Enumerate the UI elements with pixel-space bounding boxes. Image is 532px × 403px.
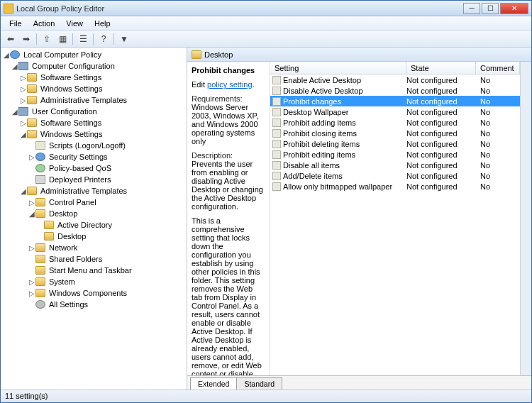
setting-icon (272, 118, 281, 127)
menu-view[interactable]: View (60, 18, 89, 29)
setting-row[interactable]: Prohibit closing itemsNot configuredNo (270, 128, 520, 138)
tree-sec[interactable]: Security Settings (48, 153, 109, 161)
setting-row[interactable]: Enable Active DesktopNot configuredNo (270, 74, 520, 85)
tree-uc-ws[interactable]: Windows Settings (39, 130, 104, 138)
tree-uc-ss[interactable]: Software Settings (39, 118, 103, 127)
tree-cc-ws[interactable]: Windows Settings (39, 84, 104, 93)
setting-comment: No (476, 140, 520, 148)
setting-name: Disable all items (283, 161, 406, 170)
folder-icon (27, 118, 37, 127)
separator (93, 33, 94, 45)
forward-button[interactable]: ➡ (19, 32, 33, 46)
setting-row[interactable]: Disable all itemsNot configuredNo (270, 160, 520, 170)
window-title: Local Group Policy Editor (16, 4, 462, 13)
tree-dt-ad[interactable]: Active Directory (56, 221, 113, 229)
setting-row[interactable]: Allow only bitmapped wallpaperNot config… (270, 181, 520, 192)
setting-comment: No (476, 76, 520, 84)
tree-scripts[interactable]: Scripts (Logon/Logoff) (48, 141, 127, 150)
tree-panel[interactable]: ◢Local Computer Policy ◢Computer Configu… (1, 48, 187, 390)
folder-icon (35, 198, 45, 206)
show-hide-tree-button[interactable]: ▦ (55, 32, 70, 46)
setting-icon (272, 182, 281, 191)
setting-state: Not configured (406, 150, 476, 159)
menu-file[interactable]: File (4, 18, 28, 29)
selected-setting-title: Prohibit changes (192, 66, 265, 74)
tree-all[interactable]: All Settings (48, 300, 89, 309)
tree-cp[interactable]: Control Panel (48, 198, 98, 206)
setting-row[interactable]: Add/Delete itemsNot configuredNo (270, 170, 520, 181)
setting-state: Not configured (406, 172, 476, 180)
tree-smt[interactable]: Start Menu and Taskbar (48, 266, 133, 275)
col-setting[interactable]: Setting (270, 62, 406, 74)
setting-row[interactable]: Prohibit adding itemsNot configuredNo (270, 117, 520, 128)
folder-icon (35, 209, 45, 218)
tree-cc[interactable]: Computer Configuration (31, 62, 116, 70)
setting-icon (272, 97, 281, 106)
security-icon (35, 153, 45, 161)
tab-extended[interactable]: Extended (190, 377, 237, 390)
help-button[interactable]: ? (96, 32, 111, 46)
tree-uc[interactable]: User Configuration (31, 107, 99, 116)
setting-row[interactable]: Desktop WallpaperNot configuredNo (270, 106, 520, 117)
tree-dt[interactable]: Desktop (48, 209, 79, 218)
status-text: 11 setting(s) (5, 392, 48, 400)
settings-rows[interactable]: Enable Active DesktopNot configuredNoDis… (270, 74, 520, 375)
setting-state: Not configured (406, 140, 476, 148)
toolbar: ⬅ ➡ ⇧ ▦ ☰ ? ▼ (1, 31, 531, 48)
script-icon (35, 141, 45, 150)
main-area: ◢Local Computer Policy ◢Computer Configu… (1, 48, 531, 390)
folder-icon (192, 50, 201, 59)
folder-icon (27, 73, 37, 82)
policy-icon (10, 50, 20, 59)
setting-icon (272, 129, 281, 138)
setting-row[interactable]: Prohibit changesNot configuredNo (270, 96, 520, 106)
separator (113, 33, 114, 45)
setting-comment: No (476, 161, 520, 170)
setting-row[interactable]: Disable Active DesktopNot configuredNo (270, 85, 520, 96)
tree-uc-at[interactable]: Administrative Templates (39, 187, 128, 195)
setting-comment: No (476, 129, 520, 138)
tree-cc-ss[interactable]: Software Settings (39, 73, 103, 82)
details-panel: Desktop Prohibit changes Edit policy set… (187, 48, 531, 390)
folder-icon (35, 255, 45, 263)
tree-sys[interactable]: System (48, 277, 77, 286)
tab-standard[interactable]: Standard (236, 377, 282, 390)
menu-action[interactable]: Action (28, 18, 61, 29)
maximize-button[interactable]: ☐ (482, 3, 499, 14)
col-comment[interactable]: Comment (476, 62, 520, 74)
minimize-button[interactable]: ─ (463, 3, 480, 14)
setting-row[interactable]: Prohibit deleting itemsNot configuredNo (270, 138, 520, 149)
up-button[interactable]: ⇧ (40, 32, 54, 46)
description-heading: Description: (192, 151, 233, 160)
requirements-heading: Requirements: (192, 94, 243, 103)
setting-state: Not configured (406, 129, 476, 138)
setting-comment: No (476, 108, 520, 116)
tree-qos[interactable]: Policy-based QoS (48, 164, 113, 172)
tree-wc[interactable]: Windows Components (48, 289, 128, 297)
menubar: File Action View Help (1, 16, 531, 31)
setting-icon (272, 108, 281, 116)
menu-help[interactable]: Help (89, 18, 116, 29)
tree-root[interactable]: Local Computer Policy (22, 50, 103, 59)
setting-state: Not configured (406, 108, 476, 116)
tree-net[interactable]: Network (48, 243, 79, 252)
setting-row[interactable]: Prohibit editing itemsNot configuredNo (270, 149, 520, 160)
edit-policy-link[interactable]: policy setting (207, 80, 253, 89)
app-icon (4, 4, 13, 13)
setting-state: Not configured (406, 76, 476, 84)
close-button[interactable]: ✕ (500, 3, 528, 14)
tree-dt-dt[interactable]: Desktop (56, 232, 87, 241)
back-button[interactable]: ⬅ (4, 32, 18, 46)
tree-prn[interactable]: Deployed Printers (48, 175, 112, 184)
setting-comment: No (476, 182, 520, 191)
vertical-scrollbar[interactable] (520, 62, 531, 375)
printer-icon (35, 175, 45, 184)
tree-cc-at[interactable]: Administrative Templates (39, 96, 128, 104)
view-tabs: Extended Standard (187, 375, 531, 390)
tree-sf[interactable]: Shared Folders (48, 255, 104, 263)
properties-button[interactable]: ☰ (76, 32, 90, 46)
filter-button[interactable]: ▼ (117, 32, 131, 46)
folder-icon (27, 187, 37, 195)
col-state[interactable]: State (406, 62, 476, 74)
folder-icon (35, 277, 45, 286)
